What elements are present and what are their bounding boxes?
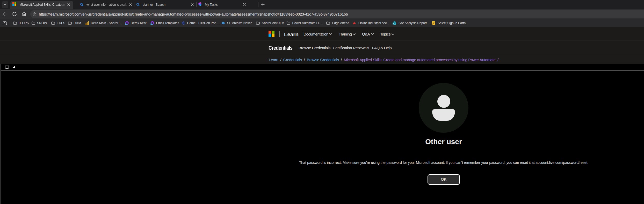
svg-text:s: s	[393, 22, 394, 25]
